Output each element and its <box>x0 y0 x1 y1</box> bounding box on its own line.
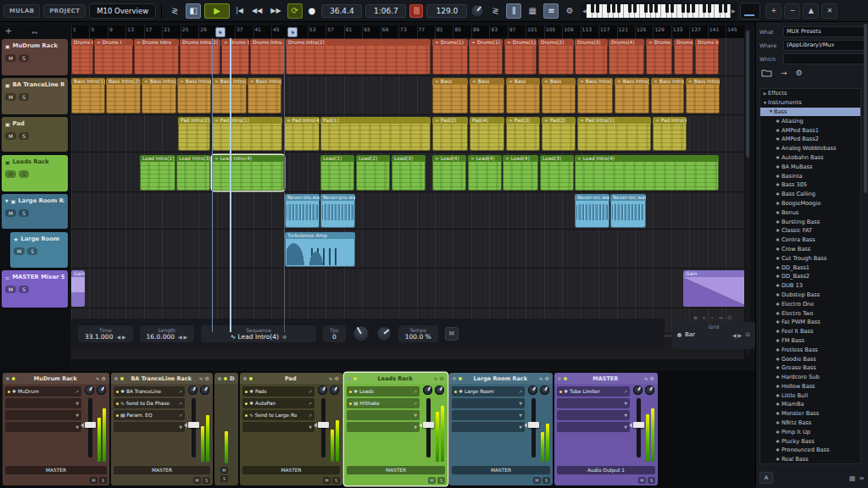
clip[interactable]: ∞ Lead(4) <box>503 155 538 191</box>
preset-item[interactable]: ❖Real Bass <box>760 455 860 464</box>
strip-header[interactable]: MASTER∿ ⚙ <box>554 373 658 384</box>
clock-time-display[interactable]: 1:06.7 <box>365 4 406 18</box>
tps-field[interactable]: Tps 0 <box>323 325 346 342</box>
forward-button[interactable]: ▶▶ <box>268 5 283 16</box>
piano-black-key[interactable] <box>633 4 637 13</box>
strip-solo-button[interactable]: S <box>648 477 655 484</box>
clip[interactable]: ∞ Bass Intro( <box>177 78 211 114</box>
slot-edit-icon[interactable]: ↗ <box>624 389 627 394</box>
clip[interactable]: ∞ Pad(2) <box>432 117 468 151</box>
insert-slot-empty[interactable]: ▼ <box>557 398 630 408</box>
slot-edit-icon[interactable]: ↗ <box>309 389 312 394</box>
clip[interactable]: Drums Ir <box>695 39 719 75</box>
add-view-button[interactable]: + <box>765 3 782 19</box>
grid-view-icon[interactable]: ▦ <box>525 3 540 19</box>
minimize-button[interactable]: − <box>784 3 800 19</box>
track-mute-button[interactable]: M <box>5 286 16 293</box>
piano-black-key[interactable] <box>724 4 727 13</box>
piano-black-key[interactable] <box>628 4 632 13</box>
strip-output-button[interactable]: MASTER <box>5 466 107 474</box>
piano-black-key[interactable] <box>708 4 711 13</box>
slot-select-icon[interactable]: ▼ <box>75 413 79 418</box>
clip[interactable]: Drums Intro 3( <box>250 39 285 75</box>
project-title[interactable]: M10 Overview <box>89 3 156 19</box>
grid-value[interactable]: Bar <box>685 331 695 338</box>
track-width-handle[interactable]: ↔ <box>0 25 70 39</box>
insert-slot-empty[interactable]: ▼ <box>114 422 185 432</box>
time-steppers[interactable]: ◀ ▶ <box>116 334 125 340</box>
track-lane[interactable]: Drums Intr∞ Drums I∞ Drums IntroDrums In… <box>71 38 744 76</box>
track-solo-button[interactable]: S <box>19 209 29 217</box>
shuttle-knob[interactable] <box>470 4 484 18</box>
preset-item[interactable]: ❖Basinta <box>760 171 860 180</box>
track-mute-button[interactable]: M <box>5 132 16 140</box>
side-panel-toggle-icon[interactable]: ◧ <box>186 3 201 19</box>
tree-expand-icon[interactable]: ▼ <box>762 101 768 105</box>
strip-fader-handle[interactable] <box>85 422 96 428</box>
strip-solo-button[interactable]: S <box>332 477 340 484</box>
editor-view-icon[interactable]: ≡ <box>543 3 559 19</box>
length-steppers[interactable]: ◀ ▶ <box>178 334 187 340</box>
record-button[interactable]: ● <box>306 4 319 17</box>
play-button[interactable]: ▶ <box>204 3 230 19</box>
preset-item[interactable]: ❖N9ttz Bass <box>760 419 860 428</box>
collapse-button[interactable]: ▲ <box>803 3 819 19</box>
vertical-scrollbar[interactable] <box>745 29 750 356</box>
strip-header-icons[interactable]: ∿ ⚙ <box>199 375 210 381</box>
slot-select-icon[interactable]: ▼ <box>624 413 627 418</box>
clip[interactable]: ∞ Pad Intro(1) <box>212 117 282 151</box>
preset-item[interactable]: ❖FM Bass <box>760 336 860 346</box>
piano-black-key[interactable] <box>649 4 653 13</box>
strip-fader-handle[interactable] <box>633 422 644 428</box>
strip-mute-button[interactable]: M <box>90 477 97 484</box>
where-input[interactable]: (AppLibrary)/Mux <box>783 40 865 51</box>
strip-solo-button[interactable]: S <box>437 477 445 484</box>
preset-item[interactable]: ❖Crow Bass <box>760 245 860 254</box>
preset-item[interactable]: ❖Monster Bass <box>760 409 860 419</box>
piano-black-key[interactable] <box>644 4 648 13</box>
clip[interactable]: Drums Intr <box>71 39 93 75</box>
preset-item[interactable]: ❖BA MuBass <box>760 162 860 171</box>
metronome-icon[interactable] <box>409 4 423 18</box>
track-header-master-mixer-strip[interactable]: ⚌MASTER Mixer StripMS <box>2 270 68 308</box>
strip-pan-knob[interactable] <box>318 385 327 395</box>
clip[interactable]: Lead(1) <box>320 155 354 191</box>
clip[interactable]: Never-pro.wav <box>320 194 355 228</box>
preset-item[interactable]: ❖Hardcore Sub <box>760 373 860 382</box>
insert-slot-empty[interactable]: ▼ <box>452 398 525 408</box>
track-lane[interactable]: Bass Intro(1)Bass Intro(2)∞ Bass Intro(∞… <box>71 77 744 115</box>
slot-edit-icon[interactable]: ↗ <box>309 401 312 406</box>
preset-item[interactable]: ❖Pronounced Bass <box>760 446 860 455</box>
strip-gain-knob[interactable] <box>435 385 444 395</box>
browser-tab-a-button[interactable]: A <box>760 472 773 484</box>
slot-select-icon[interactable]: ▼ <box>414 413 417 418</box>
strip-header[interactable]: Large Room Rack∿ ⚙ <box>449 373 553 384</box>
slot-edit-icon[interactable]: ↗ <box>414 389 417 394</box>
sequence-gear-icon[interactable]: ⚙ <box>282 334 287 340</box>
slot-edit-icon[interactable]: ↗ <box>519 389 522 394</box>
strip-solo-button[interactable]: S <box>220 475 228 482</box>
slot-select-icon[interactable]: ▼ <box>624 424 627 430</box>
sequence-value[interactable]: ∿ Lead Intro(4) <box>231 333 279 341</box>
strip-pan-knob[interactable] <box>85 385 94 395</box>
preset-item[interactable]: ❖BoogieMoogie <box>760 199 860 208</box>
insert-slot[interactable]: ❖ Large Room↗ <box>452 386 525 396</box>
strip-header[interactable]: MuDrum Rack∿ ⚙ <box>3 373 109 384</box>
track-mute-button[interactable]: M <box>14 247 25 255</box>
clip[interactable]: Drums Intro 2( <box>180 39 220 75</box>
mixer-strip-large-room-rack[interactable]: Large Room Rack∿ ⚙❖ Large Room↗▼▼▼MASTER… <box>449 373 553 485</box>
preset-item[interactable]: ❖Plucky Bass <box>760 436 860 446</box>
modular-view-icon[interactable]: ≷ <box>487 3 503 19</box>
clip[interactable]: Lead Intro(3) <box>176 155 210 191</box>
strip-output-button[interactable]: MASTER <box>347 466 445 474</box>
clip[interactable]: Turbulence Amp <box>285 232 355 267</box>
tree-node-bass[interactable]: ▼Bass <box>760 108 860 117</box>
clip[interactable]: ∞ Bass Intro( <box>615 78 649 114</box>
clip[interactable]: Drums(2) <box>538 39 574 75</box>
strip-pan-knob[interactable] <box>423 385 432 395</box>
strip-fader-track[interactable] <box>192 398 196 458</box>
insert-slot[interactable]: ❖ Tube Limiter↗ <box>557 386 630 396</box>
slot-select-icon[interactable]: ▼ <box>75 401 79 406</box>
swing-knob[interactable] <box>353 325 370 342</box>
preset-item[interactable]: ❖Analog Wobblebass <box>760 144 860 153</box>
